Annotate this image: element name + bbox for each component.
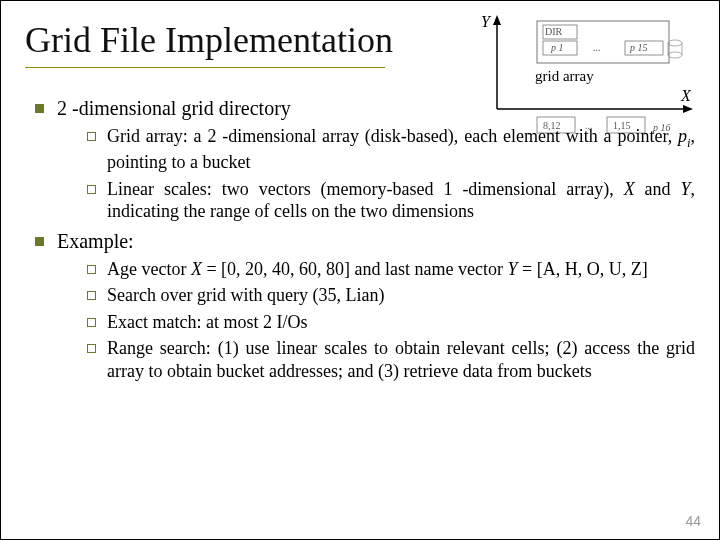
- sub-list: Grid array: a 2 -dimensional array (disk…: [57, 125, 695, 223]
- list-item: Range search: (1) use linear scales to o…: [85, 337, 695, 382]
- title-underline: [25, 67, 385, 68]
- list-item: Linear scales: two vectors (memory-based…: [85, 178, 695, 223]
- section-heading: 2 -dimensional grid directory: [57, 97, 291, 119]
- svg-point-13: [668, 52, 682, 58]
- slide: Grid File Implementation Y X grid array …: [0, 0, 720, 540]
- list-item: Search over grid with query (35, Lian): [85, 284, 695, 307]
- p1-label: p 1: [550, 42, 564, 53]
- sub-list: Age vector X = [0, 20, 40, 60, 80] and l…: [57, 258, 695, 383]
- list-item: Age vector X = [0, 20, 40, 60, 80] and l…: [85, 258, 695, 281]
- p15-label: p 15: [629, 42, 648, 53]
- dir-label: DIR: [545, 26, 563, 37]
- svg-point-10: [668, 40, 682, 46]
- list-item: Example: Age vector X = [0, 20, 40, 60, …: [31, 229, 695, 383]
- bullet-list: 2 -dimensional grid directory Grid array…: [25, 96, 695, 382]
- body-content: 2 -dimensional grid directory Grid array…: [25, 96, 695, 382]
- list-item: 2 -dimensional grid directory Grid array…: [31, 96, 695, 223]
- page-number: 44: [685, 513, 701, 529]
- list-item: Exact match: at most 2 I/Os: [85, 311, 695, 334]
- p-dots: ...: [593, 42, 601, 53]
- y-axis-label: Y: [481, 13, 492, 30]
- svg-marker-1: [493, 15, 501, 25]
- list-item: Grid array: a 2 -dimensional array (disk…: [85, 125, 695, 174]
- section-heading: Example:: [57, 230, 134, 252]
- grid-array-label: grid array: [535, 68, 594, 84]
